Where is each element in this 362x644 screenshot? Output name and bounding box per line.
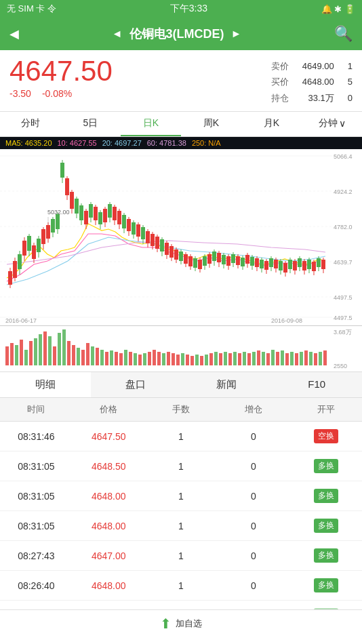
- tab-rik[interactable]: 日K: [121, 112, 181, 136]
- svg-rect-59: [127, 219, 131, 231]
- price-changes: -3.50 -0.08%: [9, 88, 113, 99]
- tab-yuek[interactable]: 月K: [241, 112, 302, 136]
- header-title: ◄ 伦铜电3(LMCDE) ►: [112, 26, 242, 42]
- svg-text:5066.4: 5066.4: [334, 153, 353, 160]
- tab-mingxi[interactable]: 明细: [0, 372, 91, 397]
- svg-rect-158: [34, 338, 37, 365]
- svg-rect-208: [271, 350, 275, 365]
- add-watchlist-label[interactable]: 加自选: [176, 618, 202, 630]
- svg-rect-180: [138, 355, 142, 365]
- col-add: 增仓: [217, 403, 289, 416]
- svg-rect-154: [15, 345, 18, 365]
- price-change-pct: -0.08%: [42, 88, 72, 99]
- svg-rect-85: [188, 256, 193, 266]
- svg-rect-194: [205, 355, 208, 365]
- bid-side: 5: [348, 74, 353, 89]
- svg-rect-173: [105, 352, 108, 365]
- cell-price: 4648.00: [73, 580, 145, 591]
- svg-rect-184: [157, 352, 161, 365]
- cell-add: 0: [217, 461, 289, 472]
- svg-rect-199: [228, 353, 232, 365]
- pos-value: 33.1万: [302, 90, 334, 106]
- svg-rect-178: [129, 352, 132, 365]
- candlestick-chart[interactable]: 5032.00: [0, 149, 362, 326]
- tab-5ri[interactable]: 5日: [60, 112, 121, 136]
- svg-rect-87: [193, 258, 197, 268]
- svg-rect-21: [41, 229, 45, 244]
- svg-rect-47: [98, 212, 102, 224]
- svg-rect-213: [295, 353, 298, 365]
- svg-rect-73: [160, 239, 164, 251]
- search-icon[interactable]: 🔍: [334, 25, 353, 43]
- ma60-indicator: 60: 4781.38: [147, 139, 186, 147]
- ma-indicator-bar: MA5: 4635.20 10: 4627.55 20: 4697.27 60:…: [0, 137, 362, 149]
- svg-rect-69: [150, 234, 155, 246]
- svg-rect-39: [79, 205, 83, 220]
- svg-rect-139: [317, 258, 321, 267]
- svg-rect-205: [257, 350, 260, 365]
- status-bar: 无 SIM 卡 令 下午3:33 🔔 ✱ 🔋: [0, 0, 362, 18]
- add-watchlist-icon: ⬆: [160, 616, 172, 632]
- tab-fenshi[interactable]: 分时: [0, 112, 60, 136]
- svg-rect-195: [209, 353, 213, 365]
- tab-pankou[interactable]: 盘口: [91, 372, 182, 397]
- svg-rect-113: [255, 258, 259, 267]
- table-row: 08:26:40 4648.00 1 0 多换: [0, 571, 362, 601]
- svg-rect-33: [65, 178, 69, 195]
- svg-rect-137: [312, 262, 316, 271]
- svg-rect-183: [153, 350, 156, 365]
- svg-rect-175: [115, 352, 118, 365]
- cell-add: 0: [217, 521, 289, 531]
- svg-rect-45: [94, 207, 98, 220]
- price-change: -3.50: [9, 88, 31, 99]
- svg-rect-89: [198, 260, 202, 269]
- svg-rect-101: [226, 256, 230, 266]
- svg-rect-95: [212, 251, 216, 261]
- cell-time: 08:31:05: [0, 491, 73, 502]
- svg-rect-93: [207, 254, 212, 264]
- svg-rect-105: [236, 256, 240, 265]
- tab-f10[interactable]: F10: [272, 372, 363, 397]
- price-labels: 卖价 买价 持仓: [271, 58, 289, 106]
- svg-rect-121: [274, 260, 278, 268]
- prev-arrow[interactable]: ◄: [112, 28, 123, 40]
- cell-price: 4647.50: [73, 431, 145, 442]
- tab-fenzhong[interactable]: 分钟 ∨: [302, 112, 362, 136]
- battery-icon: 🔔 ✱ 🔋: [321, 4, 355, 14]
- back-button[interactable]: ◀: [9, 26, 19, 41]
- cell-type: 多换: [289, 548, 362, 563]
- tab-zhouk[interactable]: 周K: [181, 112, 241, 136]
- cell-time: 08:31:46: [0, 431, 73, 442]
- svg-rect-7: [8, 271, 12, 285]
- tab-xinwen[interactable]: 新闻: [181, 372, 272, 397]
- cell-qty: 1: [145, 431, 218, 442]
- cell-add: 0: [217, 580, 289, 591]
- table-row: 08:31:46 4647.50 1 0 空换: [0, 422, 362, 451]
- svg-rect-41: [84, 211, 88, 224]
- volume-chart: 3.68万 2550: [0, 326, 362, 372]
- svg-rect-27: [51, 219, 55, 233]
- svg-rect-141: [321, 260, 325, 269]
- next-arrow[interactable]: ►: [231, 28, 242, 40]
- svg-rect-216: [309, 352, 313, 365]
- cell-price: 4648.50: [73, 461, 145, 472]
- svg-rect-117: [264, 261, 268, 270]
- ma20-indicator: 20: 4697.27: [102, 139, 142, 147]
- volume-svg: 3.68万 2550: [0, 326, 362, 372]
- svg-rect-153: [10, 343, 14, 365]
- col-time: 时间: [0, 403, 73, 416]
- svg-rect-99: [222, 255, 226, 264]
- ask-label: 卖价: [271, 58, 289, 74]
- svg-rect-23: [46, 225, 50, 239]
- cell-time: 08:27:43: [0, 550, 73, 561]
- cell-price: 4648.00: [73, 491, 145, 502]
- svg-rect-179: [134, 353, 137, 365]
- price-right: 卖价 买价 持仓 4649.00 4648.00 33.1万 1 5 0: [271, 57, 353, 106]
- svg-rect-29: [56, 214, 60, 229]
- cell-price: 4647.00: [73, 550, 145, 561]
- cell-add: 0: [217, 550, 289, 561]
- svg-rect-212: [290, 352, 294, 365]
- svg-rect-77: [169, 246, 174, 258]
- bid-value: 4648.00: [302, 74, 334, 89]
- svg-rect-83: [184, 254, 188, 264]
